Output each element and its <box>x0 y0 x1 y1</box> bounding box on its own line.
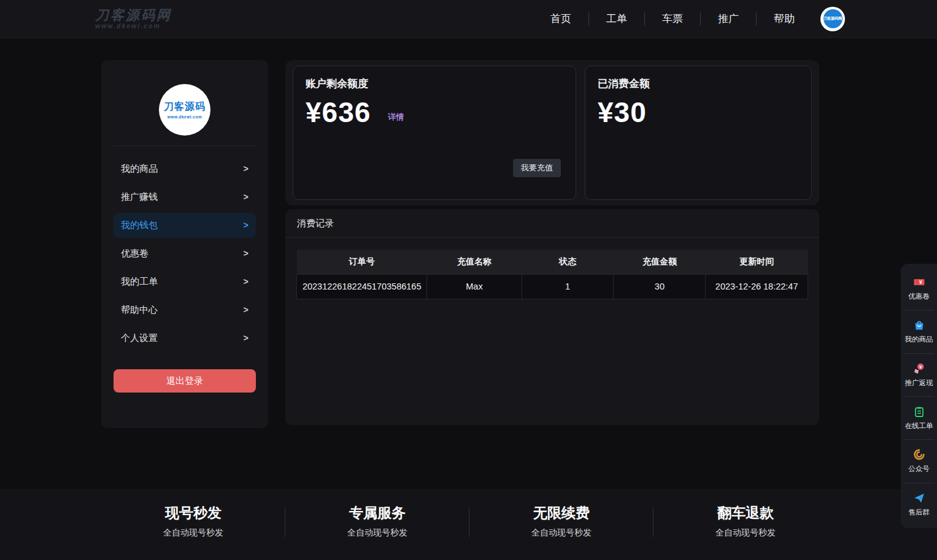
quickbar-item-label: 在线工单 <box>905 421 933 431</box>
sidebar-menu: 我的商品>推广赚钱>我的钱包>优惠卷>我的工单>帮助中心>个人设置> <box>101 151 268 356</box>
clipboard-icon <box>913 405 925 418</box>
footer-feature-翻车退款: 翻车退款全自动现号秒发 <box>654 504 838 539</box>
quickbar-item-推广返现[interactable]: ¥推广返现 <box>904 354 934 397</box>
logout-button[interactable]: 退出登录 <box>114 369 256 393</box>
shopping-bag-icon <box>913 319 925 331</box>
table-cell: 2023-12-26 18:22:47 <box>706 274 808 299</box>
recharge-button[interactable]: 我要充值 <box>513 159 561 177</box>
avatar-logo: 刀客源码网 <box>823 9 843 28</box>
footer-feature-title: 专属服务 <box>285 504 469 523</box>
records-table-header-row: 订单号充值名称状态充值金额更新时间 <box>297 250 808 274</box>
sidebar-item-label: 个人设置 <box>121 332 158 344</box>
left-sidebar: 刀客源码 www.dkewl.com 我的商品>推广赚钱>我的钱包>优惠卷>我的… <box>101 60 268 428</box>
quickbar-item-公众号[interactable]: 公众号 <box>904 440 934 483</box>
chevron-right-icon: > <box>244 193 249 202</box>
site-logo: 刀客源码网 www.dkewl.com <box>95 8 172 29</box>
sidebar-item-label: 优惠卷 <box>121 248 148 259</box>
sidebar-logo-title: 刀客源码 <box>164 101 206 113</box>
wechat-official-icon <box>913 448 925 461</box>
footer-feature-title: 翻车退款 <box>654 504 838 523</box>
records-panel-title: 消费记录 <box>285 209 819 237</box>
footer-features: 现号秒发全自动现号秒发专属服务全自动现号秒发无限续费全自动现号秒发翻车退款全自动… <box>101 489 838 539</box>
chevron-right-icon: > <box>244 305 249 315</box>
footer-feature-现号秒发: 现号秒发全自动现号秒发 <box>101 504 285 539</box>
table-cell: 1 <box>522 274 614 299</box>
top-navbar: 刀客源码网 www.dkewl.com 首页工单车票推广帮助 刀客源码网 <box>0 0 937 38</box>
records-column-header: 充值名称 <box>427 250 522 274</box>
records-column-header: 更新时间 <box>706 250 808 274</box>
balance-detail-link[interactable]: 详情 <box>388 112 404 123</box>
user-avatar[interactable]: 刀客源码网 <box>820 7 845 31</box>
spent-amount: ¥30 <box>598 97 647 128</box>
records-table-wrap: 订单号充值名称状态充值金额更新时间 2023122618224517035861… <box>296 250 808 299</box>
chevron-right-icon: > <box>244 249 249 259</box>
navbar-right: 首页工单车票推广帮助 刀客源码网 <box>533 7 845 31</box>
footer-feature-subtitle: 全自动现号秒发 <box>654 527 838 539</box>
sidebar-item-推广赚钱[interactable]: 推广赚钱> <box>114 185 256 210</box>
chevron-right-icon: > <box>244 277 249 287</box>
footer-feature-subtitle: 全自动现号秒发 <box>285 527 469 539</box>
spent-card-title: 已消费金额 <box>598 77 799 91</box>
quickbar-item-售后群[interactable]: 售后群 <box>904 483 934 526</box>
footer-feature-subtitle: 全自动现号秒发 <box>469 527 654 539</box>
spent-card: 已消费金额 ¥30 <box>585 66 812 200</box>
balance-amount-row: ¥636 详情 <box>306 97 563 128</box>
quickbar-item-label: 推广返现 <box>905 378 933 388</box>
balance-card: 账户剩余额度 ¥636 详情 我要充值 <box>293 66 576 200</box>
footer-feature-无限续费: 无限续费全自动现号秒发 <box>469 504 654 539</box>
footer-feature-title: 无限续费 <box>469 504 654 523</box>
balance-card-title: 账户剩余额度 <box>306 77 563 91</box>
quickbar-item-label: 优惠卷 <box>908 292 930 301</box>
records-table: 订单号充值名称状态充值金额更新时间 2023122618224517035861… <box>296 250 808 299</box>
page-footer: 现号秒发全自动现号秒发专属服务全自动现号秒发无限续费全自动现号秒发翻车退款全自动… <box>0 489 937 560</box>
sidebar-item-我的商品[interactable]: 我的商品> <box>114 156 256 182</box>
sidebar-item-label: 帮助中心 <box>121 304 158 316</box>
nav-item-首页[interactable]: 首页 <box>533 12 588 26</box>
chevron-right-icon: > <box>244 334 249 343</box>
svg-text:¥: ¥ <box>919 364 922 370</box>
nav-item-推广[interactable]: 推广 <box>700 12 756 26</box>
quickbar-item-label: 售后群 <box>908 508 930 517</box>
site-logo-subtitle: www.dkewl.com <box>95 23 172 29</box>
sidebar-logo: 刀客源码 www.dkewl.com <box>159 84 210 136</box>
footer-feature-title: 现号秒发 <box>101 504 285 523</box>
records-header-divider <box>285 237 819 238</box>
sidebar-divider <box>114 145 256 146</box>
table-cell: 30 <box>614 274 706 299</box>
coupon-icon: ¥ <box>913 276 925 288</box>
table-cell: 202312261822451703586165 <box>297 274 427 299</box>
quickbar-item-优惠卷[interactable]: ¥优惠卷 <box>904 267 934 310</box>
sidebar-item-label: 推广赚钱 <box>121 191 158 203</box>
nav-item-车票[interactable]: 车票 <box>644 12 700 26</box>
nav-item-工单[interactable]: 工单 <box>588 12 644 26</box>
quickbar-item-label: 公众号 <box>908 464 930 474</box>
chevron-right-icon: > <box>244 164 249 174</box>
cashback-icon: ¥ <box>913 362 925 375</box>
records-column-header: 状态 <box>522 250 614 274</box>
sidebar-item-我的工单[interactable]: 我的工单> <box>114 269 256 294</box>
sidebar-item-优惠卷[interactable]: 优惠卷> <box>114 241 256 266</box>
sidebar-item-label: 我的工单 <box>121 276 158 288</box>
site-logo-title: 刀客源码网 <box>95 8 172 22</box>
footer-feature-subtitle: 全自动现号秒发 <box>101 527 285 539</box>
records-column-header: 订单号 <box>297 250 427 274</box>
sidebar-item-我的钱包[interactable]: 我的钱包> <box>114 213 256 238</box>
paper-plane-icon <box>913 492 925 504</box>
stat-cards-panel: 账户剩余额度 ¥636 详情 我要充值 已消费金额 ¥30 <box>285 60 819 205</box>
spent-amount-row: ¥30 <box>598 97 799 128</box>
right-quickbar: ¥优惠卷我的商品¥推广返现在线工单公众号售后群 <box>901 264 937 528</box>
records-column-header: 充值金额 <box>614 250 706 274</box>
sidebar-logo-subtitle: www.dkewl.com <box>168 115 202 119</box>
quickbar-item-我的商品[interactable]: 我的商品 <box>904 310 934 353</box>
svg-text:¥: ¥ <box>919 279 922 285</box>
records-table-body: 202312261822451703586165Max1302023-12-26… <box>297 274 808 299</box>
nav-item-帮助[interactable]: 帮助 <box>756 12 812 26</box>
quickbar-item-label: 我的商品 <box>905 335 933 344</box>
main-content: 账户剩余额度 ¥636 详情 我要充值 已消费金额 ¥30 消费记录 订单号充值… <box>285 60 819 425</box>
consume-records-panel: 消费记录 订单号充值名称状态充值金额更新时间 20231226182245170… <box>285 209 819 425</box>
sidebar-item-个人设置[interactable]: 个人设置> <box>114 326 256 351</box>
sidebar-item-帮助中心[interactable]: 帮助中心> <box>114 297 256 323</box>
table-row: 202312261822451703586165Max1302023-12-26… <box>297 274 808 299</box>
quickbar-item-在线工单[interactable]: 在线工单 <box>904 397 934 440</box>
sidebar-item-label: 我的钱包 <box>121 220 158 231</box>
